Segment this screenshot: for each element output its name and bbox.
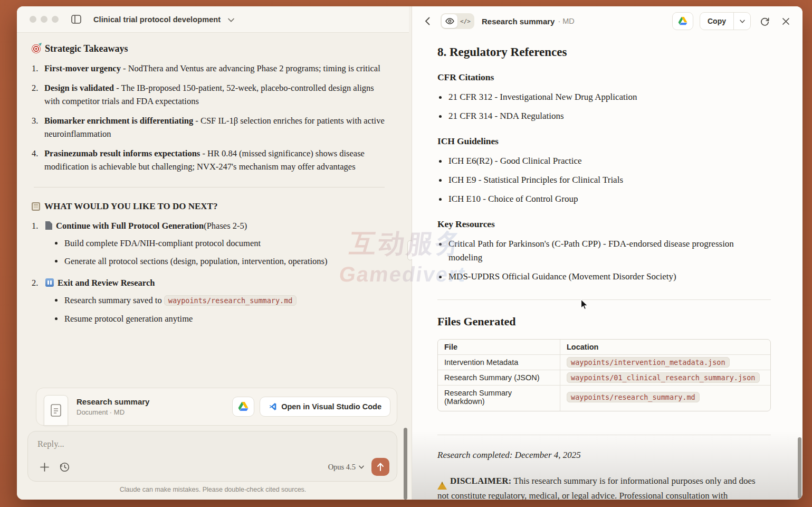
doc-bullet: ICH E10 - Choice of Control Group [437,192,765,206]
close-traffic-light[interactable] [30,16,36,23]
artifact-pane: </> Research summary · MD Copy [412,6,803,500]
close-button[interactable] [778,14,793,29]
file-path-code: waypoints/research_summary.md [164,295,297,306]
list-number: 3. [32,114,44,140]
doc-bullet: ICH E9 - Statistical Principles for Clin… [437,173,765,187]
chat-scrollbar[interactable] [404,428,407,500]
save-to-drive-button[interactable] [672,12,693,30]
strategic-takeaways-title: Strategic Takeaways [45,43,128,54]
message-divider [34,187,385,187]
option-bullets: Build complete FDA/NIH-compliant protoco… [54,237,388,268]
document-content[interactable]: 8. Regulatory References CFR Citations21… [412,36,803,500]
option-heading: 1.Continue with Full Protocol Generation… [32,219,388,232]
open-vscode-button[interactable]: Open in Visual Studio Code [260,397,390,417]
strategic-takeaways-heading: Strategic Takeaways [32,43,388,54]
back-button[interactable] [421,14,434,28]
mouse-cursor [580,299,588,313]
takeaway-text: Biomarker enrichment is differentiating … [44,114,388,140]
target-icon [32,44,41,53]
what-next-heading: WHAT WOULD YOU LIKE TO DO NEXT? [32,201,388,212]
page-icon [45,221,52,230]
files-table-row: Research Summary (Markdown)waypoints/res… [438,386,770,411]
takeaway-item: 2.Design is validated - The IB-proposed … [32,81,388,108]
maximize-traffic-light[interactable] [52,16,59,23]
pause-icon [45,278,54,287]
chevron-down-icon[interactable] [228,15,234,24]
takeaway-item: 4.Prasinezumab result informs expectatio… [32,147,388,173]
document-thumbnail [44,395,68,426]
google-drive-button[interactable] [232,397,254,417]
copy-dropdown-button[interactable] [733,13,750,30]
warning-icon: ! [437,482,447,490]
doc-subheading: CFR Citations [437,72,771,83]
files-table-header-file: File [438,340,560,355]
google-drive-icon [238,402,249,411]
list-number: 2. [32,81,44,108]
window-titlebar: Clinical trial protocol development [17,6,409,33]
arrow-up-icon [377,463,384,471]
refresh-icon [760,16,770,26]
minimize-traffic-light[interactable] [41,16,47,23]
artifact-scrollbar[interactable] [798,437,801,499]
artifact-actions: Copy [672,12,793,30]
disclaimer-paragraph: !DISCLAIMER: This research summary is fo… [437,474,765,500]
doc-bullet: ICH E6(R2) - Good Clinical Practice [437,154,765,168]
doc-bullet-list: ICH E6(R2) - Good Clinical PracticeICH E… [437,154,771,206]
disclaimer-footer: Claude can make mistakes. Please double-… [17,485,409,500]
reply-composer[interactable]: Reply... Opus 4.5 [27,431,397,482]
chat-messages[interactable]: Strategic Takeaways 1.First-mover urgenc… [17,33,409,384]
files-table-row: Intervention Metadatawaypoints/intervent… [438,355,770,370]
sidebar-toggle-icon[interactable] [70,14,82,25]
document-icon [51,404,61,417]
takeaway-text: Prasinezumab result informs expectations… [44,147,388,173]
add-attachment-button[interactable] [37,460,51,474]
file-path-code: waypoints/research_summary.md [567,392,700,402]
view-toggle: </> [441,13,474,29]
files-table: File Location Intervention Metadatawaypo… [437,339,771,411]
copy-button[interactable]: Copy [700,13,733,30]
doc-bullet: 21 CFR 312 - Investigational New Drug Ap… [437,90,765,104]
traffic-lights[interactable] [30,16,59,23]
option-item: 1.Continue with Full Protocol Generation… [32,219,388,268]
claude-app-window: Clinical trial protocol development Stra… [17,6,803,500]
takeaway-text: First-mover urgency - NodThera and Ventu… [44,62,380,75]
list-number: 1. [32,219,44,232]
doc-divider [437,299,771,300]
copy-split-button: Copy [700,12,751,30]
close-icon [782,17,790,25]
conversation-title[interactable]: Clinical trial protocol development [93,15,221,24]
model-selector[interactable]: Opus 4.5 [328,463,364,472]
reply-input[interactable]: Reply... [37,439,389,449]
doc-bullet-list: 21 CFR 312 - Investigational New Drug Ap… [437,90,771,123]
option-bullet: Resume protocol generation anytime [54,312,388,325]
preview-toggle-eye-icon[interactable] [442,14,457,28]
chevron-down-icon [359,465,364,469]
doc-bullet: Critical Path for Parkinson's (C-Path CP… [437,237,765,265]
file-path-code: waypoints/01_clinical_research_summary.j… [567,372,760,383]
attachment-card[interactable]: Research summary Document · MD Open in V… [36,388,397,426]
file-name-cell: Research Summary (Markdown) [438,386,560,411]
attachment-subtitle: Document · MD [77,408,232,416]
history-button[interactable] [58,460,71,474]
artifact-type-badge: · MD [558,17,574,25]
refresh-button[interactable] [757,14,772,29]
doc-sections: CFR Citations21 CFR 312 - Investigationa… [437,72,771,284]
code-toggle-icon[interactable]: </> [457,14,473,28]
doc-heading-regulatory: 8. Regulatory References [437,45,771,59]
send-button[interactable] [371,458,389,476]
open-vscode-label: Open in Visual Studio Code [281,402,381,411]
file-name-cell: Intervention Metadata [438,355,560,370]
list-number: 4. [32,147,44,173]
file-name-cell: Research Summary (JSON) [438,370,560,386]
option-bullet: Generate all protocol sections (design, … [54,255,388,268]
doc-bullet: MDS-UPDRS Official Guidance (Movement Di… [437,270,765,284]
file-path-code: waypoints/intervention_metadata.json [567,357,730,368]
files-table-row: Research Summary (JSON)waypoints/01_clin… [438,370,770,386]
disclaimer-label: DISCLAIMER: [450,476,511,486]
doc-divider [437,435,771,435]
model-name: Opus 4.5 [328,463,356,472]
doc-bullet: 21 CFR 314 - NDA Regulations [437,109,765,123]
option-heading: 2.Exit and Review Research [32,276,388,289]
chevron-down-icon [740,20,745,23]
google-drive-icon [678,17,687,25]
